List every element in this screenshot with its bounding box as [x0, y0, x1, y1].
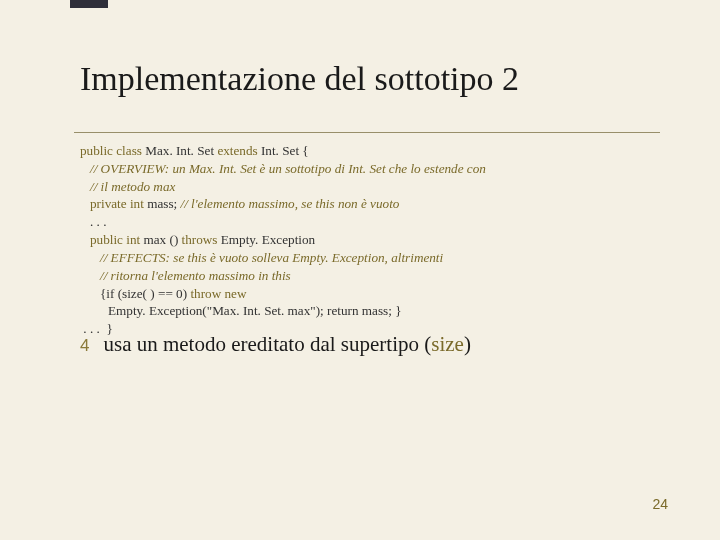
keyword: extends — [217, 143, 257, 158]
bullet-text-part: usa un metodo ereditato dal supertipo ( — [103, 332, 431, 356]
code-text: Empty. Exception — [217, 232, 315, 247]
code-line: Empty. Exception("Max. Int. Set. max"); … — [80, 302, 660, 320]
page-number: 24 — [652, 496, 668, 512]
keyword: throws — [182, 232, 218, 247]
code-text: Int. Set { — [258, 143, 309, 158]
code-line: private int mass; // l'elemento massimo,… — [80, 195, 660, 213]
code-text: max () — [140, 232, 181, 247]
bullet-item: 4 usa un metodo ereditato dal supertipo … — [80, 332, 471, 357]
code-line: {if (size( ) == 0) throw new — [80, 285, 660, 303]
bullet-text-part: ) — [464, 332, 471, 356]
slide-title: Implementazione del sottotipo 2 — [80, 60, 519, 98]
code-block: public class Max. Int. Set extends Int. … — [80, 142, 660, 338]
code-text: mass; — [144, 196, 181, 211]
bullet-text: usa un metodo ereditato dal supertipo (s… — [103, 332, 470, 357]
keyword: public int — [90, 232, 140, 247]
header-accent — [70, 0, 108, 8]
code-text: Max. Int. Set — [142, 143, 217, 158]
code-line: public class Max. Int. Set extends Int. … — [80, 142, 660, 160]
keyword: throw new — [190, 286, 246, 301]
code-comment: // OVERVIEW: un Max. Int. Set è un sotto… — [80, 160, 660, 178]
bullet-number: 4 — [80, 336, 89, 356]
code-text: {if (size( ) == 0) — [100, 286, 190, 301]
bullet-accent: size — [431, 332, 464, 356]
code-comment: // ritorna l'elemento massimo in this — [80, 267, 660, 285]
code-comment: // EFFECTS: se this è vuoto solleva Empt… — [80, 249, 660, 267]
code-line: . . . — [80, 213, 660, 231]
code-comment: // l'elemento massimo, se this non è vuo… — [180, 196, 399, 211]
keyword: public class — [80, 143, 142, 158]
title-divider — [74, 132, 660, 133]
keyword: private int — [90, 196, 144, 211]
code-line: public int max () throws Empty. Exceptio… — [80, 231, 660, 249]
code-comment: // il metodo max — [80, 178, 660, 196]
